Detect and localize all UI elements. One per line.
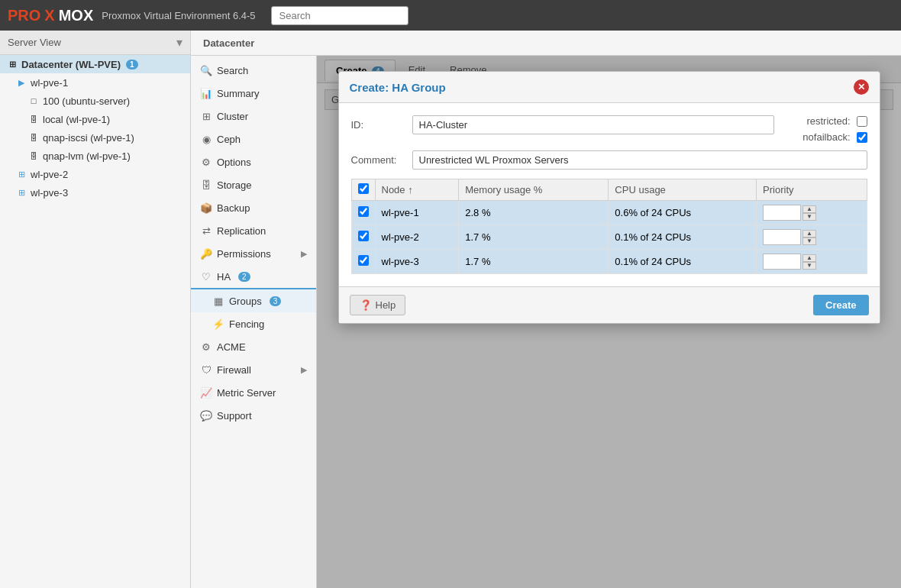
- row1-memory: 2.8 %: [459, 201, 609, 225]
- nav-item-summary[interactable]: 📊 Summary: [191, 82, 316, 105]
- metric-nav-icon: 📈: [200, 386, 212, 399]
- row2-node: wl-pve-2: [375, 225, 459, 250]
- nav-item-cluster[interactable]: ⊞ Cluster: [191, 105, 316, 128]
- comment-row: Comment:: [351, 150, 867, 170]
- restricted-checkbox[interactable]: [857, 116, 867, 127]
- sidebar-item-local[interactable]: 🗄 local (wl-pve-1): [0, 110, 190, 128]
- nav-item-replication[interactable]: ⇄ Replication: [191, 219, 316, 242]
- checkbox-section: restricted: nofailback:: [790, 115, 867, 143]
- comment-label: Comment:: [351, 154, 412, 166]
- priority-input-3[interactable]: [763, 254, 801, 270]
- priority-up-2[interactable]: ▲: [803, 230, 816, 237]
- col-node[interactable]: Node ↑: [375, 179, 459, 201]
- priority-spinner-1: ▲ ▼: [763, 205, 860, 221]
- col-check-all[interactable]: [351, 179, 375, 201]
- table-row: wl-pve-1 2.8 % 0.6% of 24 CPUs ▲: [351, 201, 867, 225]
- firewall-nav-icon: 🛡: [200, 363, 212, 376]
- row1-priority[interactable]: ▲ ▼: [757, 201, 867, 225]
- nav-item-options[interactable]: ⚙ Options: [191, 150, 316, 173]
- priority-up-3[interactable]: ▲: [803, 254, 816, 262]
- search-input[interactable]: [271, 6, 409, 25]
- row1-check[interactable]: [351, 201, 375, 225]
- sidebar-collapse-icon[interactable]: ▾: [176, 35, 182, 50]
- row2-check[interactable]: [351, 225, 375, 250]
- sidebar-item-100-ubuntu[interactable]: □ 100 (ubuntu-server): [0, 92, 190, 110]
- storage-icon: 🗄: [27, 113, 40, 125]
- nav-label-ceph: Ceph: [217, 134, 241, 145]
- acme-nav-icon: ⚙: [200, 341, 212, 353]
- storage-nav-icon: 🗄: [200, 179, 212, 191]
- modal-title: Create: HA Group: [350, 81, 446, 94]
- priority-down-1[interactable]: ▼: [803, 213, 816, 221]
- row3-cpu: 0.1% of 24 CPUs: [609, 250, 757, 274]
- row2-memory: 1.7 %: [459, 225, 609, 250]
- nofailback-checkbox[interactable]: [857, 132, 867, 143]
- nav-item-ceph[interactable]: ◉ Ceph: [191, 128, 316, 150]
- nav-item-ha[interactable]: ♡ HA 2: [191, 265, 316, 289]
- content-header: Datacenter: [191, 31, 901, 56]
- modal-close-button[interactable]: ✕: [854, 79, 869, 95]
- sidebar-item-wl-pve-3[interactable]: ⊞ wl-pve-3: [0, 183, 190, 202]
- logo-prox: PRO: [8, 7, 40, 24]
- nav-item-firewall[interactable]: 🛡 Firewall ▶: [191, 358, 316, 381]
- nav-item-acme[interactable]: ⚙ ACME: [191, 335, 316, 358]
- modal-body: ID: restricted: nofailback:: [339, 103, 880, 286]
- priority-down-2[interactable]: ▼: [803, 237, 816, 245]
- col-cpu[interactable]: CPU usage: [609, 179, 757, 201]
- nav-label-acme: ACME: [217, 341, 246, 353]
- sidebar-item-datacenter[interactable]: ⊞ Datacenter (WL-PVE) 1: [0, 55, 190, 73]
- nav-item-groups[interactable]: ▦ Groups 3: [191, 289, 316, 312]
- nav-item-backup[interactable]: 📦 Backup: [191, 196, 316, 219]
- table-row: wl-pve-2 1.7 % 0.1% of 24 CPUs ▲: [351, 225, 867, 250]
- node-selection-table: Node ↑ Memory usage % CPU usage: [351, 179, 867, 274]
- col-priority[interactable]: Priority: [757, 179, 867, 201]
- help-icon: ❓: [360, 299, 372, 311]
- search-nav-icon: 🔍: [200, 64, 212, 76]
- priority-spinner-3: ▲ ▼: [763, 254, 860, 270]
- ceph-nav-icon: ◉: [200, 133, 212, 145]
- help-button[interactable]: ❓ Help: [350, 295, 406, 315]
- nav-item-search[interactable]: 🔍 Search: [191, 59, 316, 82]
- priority-up-1[interactable]: ▲: [803, 205, 816, 213]
- datacenter-heading: Datacenter: [203, 37, 254, 49]
- nav-item-metric-server[interactable]: 📈 Metric Server: [191, 381, 316, 404]
- topbar: PROXMOX Proxmox Virtual Environment 6.4-…: [0, 0, 901, 31]
- datacenter-badge: 1: [126, 60, 138, 69]
- id-and-check-row: ID: restricted: nofailback:: [351, 115, 867, 143]
- nav-item-fencing[interactable]: ⚡ Fencing: [191, 312, 316, 335]
- create-label: Create: [825, 299, 856, 311]
- comment-input[interactable]: [412, 150, 867, 170]
- ha-badge: 2: [238, 272, 250, 282]
- datacenter-icon: ⊞: [6, 58, 18, 70]
- sidebar-item-iscsi[interactable]: 🗄 qnap-iscsi (wl-pve-1): [0, 128, 190, 147]
- nav-label-search: Search: [217, 65, 248, 76]
- sidebar-item-wl-pve-1[interactable]: ▶ wl-pve-1: [0, 73, 190, 92]
- row1-cpu: 0.6% of 24 CPUs: [609, 201, 757, 225]
- priority-input-1[interactable]: [763, 205, 801, 221]
- sidebar-item-wl-pve-2[interactable]: ⊞ wl-pve-2: [0, 165, 190, 183]
- id-field-row: ID:: [351, 115, 774, 134]
- main-layout: Server View ▾ ⊞ Datacenter (WL-PVE) 1 ▶ …: [0, 31, 901, 588]
- node2-icon: ⊞: [15, 168, 27, 180]
- nav-item-support[interactable]: 💬 Support: [191, 404, 316, 427]
- create-button[interactable]: Create: [813, 295, 868, 315]
- row3-priority[interactable]: ▲ ▼: [757, 250, 867, 274]
- row3-check[interactable]: [351, 250, 375, 274]
- sidebar-item-lvm[interactable]: 🗄 qnap-lvm (wl-pve-1): [0, 147, 190, 165]
- priority-down-3[interactable]: ▼: [803, 262, 816, 270]
- nav-label-storage: Storage: [217, 179, 252, 191]
- select-all-checkbox[interactable]: [358, 183, 369, 194]
- row2-priority[interactable]: ▲ ▼: [757, 225, 867, 250]
- row2-cpu: 0.1% of 24 CPUs: [609, 225, 757, 250]
- priority-input-2[interactable]: [763, 229, 801, 245]
- groups-nav-icon: ▦: [212, 295, 224, 307]
- nav-label-summary: Summary: [217, 88, 260, 99]
- vm-icon: □: [27, 95, 40, 107]
- col-memory[interactable]: Memory usage %: [459, 179, 609, 201]
- create-ha-group-modal: Create: HA Group ✕ ID:: [338, 71, 880, 324]
- node3-icon: ⊞: [15, 186, 27, 199]
- nav-item-storage[interactable]: 🗄 Storage: [191, 173, 316, 196]
- nav-item-permissions[interactable]: 🔑 Permissions ▶: [191, 242, 316, 265]
- id-input[interactable]: [412, 115, 774, 134]
- priority-spinner-2: ▲ ▼: [763, 229, 860, 245]
